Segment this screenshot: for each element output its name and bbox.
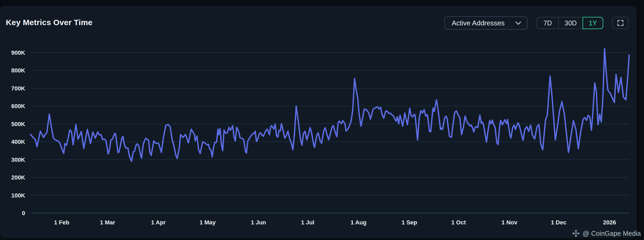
range-30d-button[interactable]: 30D bbox=[558, 17, 582, 29]
range-1y-button[interactable]: 1Y bbox=[583, 17, 603, 29]
coingape-logo-icon bbox=[572, 229, 580, 237]
metric-dropdown[interactable]: Active Addresses bbox=[444, 16, 527, 30]
range-toggle-group: 7D 30D 1Y bbox=[536, 17, 603, 29]
page-title: Key Metrics Over Time bbox=[6, 18, 92, 27]
range-7d-button[interactable]: 7D bbox=[537, 17, 558, 29]
fullscreen-icon bbox=[617, 19, 624, 27]
metrics-card bbox=[0, 6, 637, 238]
watermark: @ CoinGape Media bbox=[572, 229, 641, 238]
chevron-down-icon bbox=[515, 21, 521, 25]
fullscreen-button[interactable] bbox=[612, 17, 629, 29]
watermark-text: @ CoinGape Media bbox=[583, 230, 641, 237]
metric-dropdown-value: Active Addresses bbox=[452, 19, 504, 27]
